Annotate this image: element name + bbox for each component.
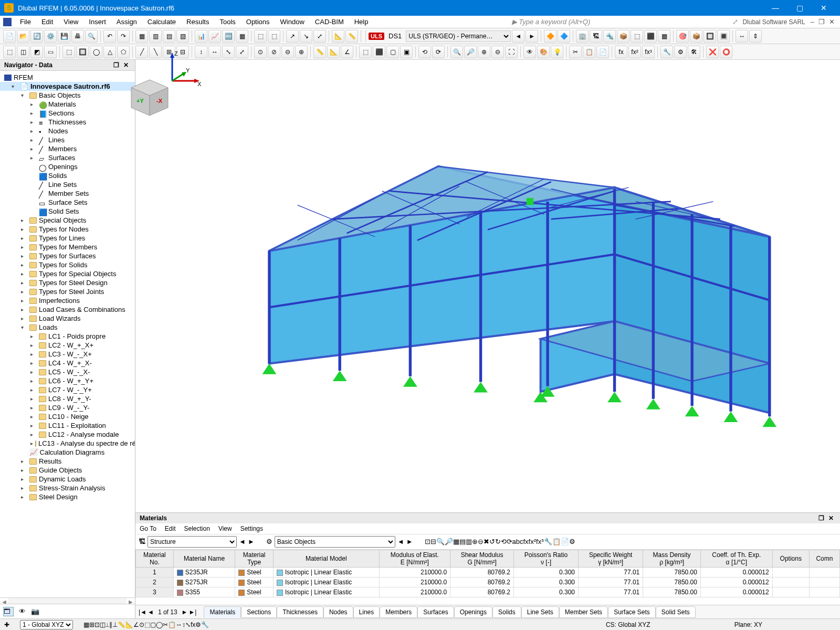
tb2-btn-9[interactable]: ⬠ bbox=[117, 46, 130, 58]
tb1b-btn-5[interactable]: 🔩 bbox=[603, 30, 616, 43]
col-material-type[interactable]: MaterialType bbox=[235, 550, 274, 567]
tb1-btn-26[interactable]: ⤢ bbox=[313, 30, 326, 43]
tb1b-btn-6[interactable]: 📦 bbox=[617, 30, 629, 43]
status-tool-15[interactable]: ▢ bbox=[150, 621, 156, 628]
menu-window[interactable]: Window bbox=[275, 17, 310, 27]
status-tool-5[interactable]: ⟂ bbox=[106, 621, 109, 628]
nav-bo-nodes[interactable]: ▸• Nodes bbox=[0, 127, 135, 135]
model-viewport[interactable]: Z X Y +Y -X bbox=[135, 60, 840, 512]
tb1-btn-11[interactable]: ▦ bbox=[135, 30, 148, 43]
combo-prev-icon[interactable]: ◄ bbox=[239, 538, 246, 545]
nav-bo-surface-sets[interactable]: ▭ Surface Sets bbox=[0, 198, 135, 207]
status-cs-icon[interactable]: ✚ bbox=[4, 621, 9, 628]
col-comn[interactable]: Comn bbox=[809, 550, 839, 567]
nav-loads[interactable]: ▾ Loads bbox=[0, 323, 135, 332]
status-tool-11[interactable]: ∠ bbox=[133, 621, 139, 628]
col-modulus-of-elast-e-n-mm-[interactable]: Modulus of Elast.E [N/mm²] bbox=[379, 550, 450, 567]
combo-next-icon[interactable]: ► bbox=[248, 538, 255, 545]
tb1-btn-25[interactable]: ↘ bbox=[300, 30, 312, 43]
nav-tail-guide-objects[interactable]: ▸ Guide Objects bbox=[0, 466, 135, 475]
navigator-float-icon[interactable]: ❐ bbox=[111, 61, 121, 69]
tb1b-btn-8[interactable]: ⬛ bbox=[644, 30, 657, 43]
tb2-btn-5[interactable]: ⬚ bbox=[62, 46, 75, 58]
bp-tool-26[interactable]: 📄 bbox=[561, 538, 569, 545]
tb1-btn-17[interactable]: 📈 bbox=[208, 30, 221, 43]
nav-load-lc12[interactable]: ▸ LC12 - Analyse modale bbox=[0, 430, 135, 439]
tb1b-btn-7[interactable]: ⬚ bbox=[631, 30, 643, 43]
combo2-next-icon[interactable]: ► bbox=[406, 538, 413, 545]
materials-close-icon[interactable]: ✕ bbox=[826, 514, 836, 522]
nav-tail-results[interactable]: ▸ Results bbox=[0, 457, 135, 466]
menu-tools[interactable]: Tools bbox=[214, 17, 240, 27]
status-tool-3[interactable]: ◫ bbox=[100, 621, 106, 628]
tb1-btn-14[interactable]: ▧ bbox=[176, 30, 189, 43]
nav-bo-openings[interactable]: ◯ Openings bbox=[0, 162, 135, 171]
tb1-btn-12[interactable]: ▥ bbox=[149, 30, 162, 43]
tb1-btn-21[interactable]: ⬚ bbox=[254, 30, 267, 43]
tb1-btn-22[interactable]: ⬚ bbox=[268, 30, 280, 43]
tb2-btn-2[interactable]: ◩ bbox=[30, 46, 43, 58]
bp-menu-view[interactable]: View bbox=[218, 525, 232, 532]
nav-bo-line-sets[interactable]: ╱ Line Sets bbox=[0, 180, 135, 189]
tb1-btn-5[interactable]: 🖶 bbox=[71, 30, 84, 43]
nav-load-lc13[interactable]: ▸ LC13 - Analyse du spectre de rép bbox=[0, 439, 135, 448]
tb1-btn-29[interactable]: 📏 bbox=[345, 30, 358, 43]
combo2-prev-icon[interactable]: ◄ bbox=[397, 538, 404, 545]
bp-menu-edit[interactable]: Edit bbox=[165, 525, 176, 532]
status-tool-7[interactable]: ⊥ bbox=[112, 621, 118, 628]
bp-tool-19[interactable]: abc bbox=[512, 538, 523, 545]
bp-tool-8[interactable]: ▥ bbox=[466, 538, 472, 545]
col-material-name[interactable]: Material Name bbox=[173, 550, 235, 567]
table-row[interactable]: 3 S355 Steel Isotropic | Linear Elastic … bbox=[136, 587, 840, 597]
search-expand-icon[interactable]: ⤢ bbox=[728, 18, 742, 26]
hscroll-right[interactable]: ► bbox=[127, 598, 135, 604]
tab-nodes[interactable]: Nodes bbox=[323, 606, 353, 618]
tab-surface-sets[interactable]: Surface Sets bbox=[608, 606, 656, 618]
nav-bo-thicknesses[interactable]: ▸≡ Thicknesses bbox=[0, 118, 135, 127]
tb1-btn-13[interactable]: ▤ bbox=[163, 30, 175, 43]
tb2-btn-0[interactable]: ⬚ bbox=[3, 46, 16, 58]
tab-sections[interactable]: Sections bbox=[241, 606, 277, 618]
menu-file[interactable]: File bbox=[15, 17, 36, 27]
navigator-tab-views-icon[interactable]: 📷 bbox=[31, 607, 39, 615]
nav-load-lc6[interactable]: ▸ LC6 - W_+_Y+ bbox=[0, 376, 135, 385]
nav-cat-types-for-steel-design[interactable]: ▸ Types for Steel Design bbox=[0, 278, 135, 287]
combo-next[interactable]: ► bbox=[526, 30, 538, 43]
tb2-btn-7[interactable]: ◯ bbox=[90, 46, 102, 58]
bp-tool-12[interactable]: ✖ bbox=[484, 538, 489, 545]
menu-options[interactable]: Options bbox=[241, 17, 275, 27]
bp-tool-22[interactable]: fx³ bbox=[536, 538, 543, 545]
status-tool-26[interactable]: ⚙ bbox=[195, 621, 201, 628]
bp-tool-17[interactable]: ⟳ bbox=[507, 538, 512, 545]
bp-tool-25[interactable]: 📋 bbox=[552, 538, 561, 545]
bp-tool-7[interactable]: ▤ bbox=[459, 538, 466, 545]
bp-menu-selection[interactable]: Selection bbox=[184, 525, 210, 532]
page-last-icon[interactable]: ►| bbox=[188, 608, 196, 616]
tab-members[interactable]: Members bbox=[380, 606, 417, 618]
bp-tool-24[interactable]: 🔧 bbox=[544, 538, 552, 545]
tab-solid-sets[interactable]: Solid Sets bbox=[656, 606, 696, 618]
nav-project[interactable]: ▾📄 Innovespace Sautron.rf6 bbox=[0, 82, 135, 91]
nav-load-lc11[interactable]: ▸ LC11 - Exploitation bbox=[0, 421, 135, 430]
bp-tool-10[interactable]: ⊕ bbox=[472, 538, 478, 545]
bp-tool-14[interactable]: ↺ bbox=[489, 538, 495, 545]
bp-tool-4[interactable]: 🔎 bbox=[445, 538, 453, 545]
table-row[interactable]: 2 S275JR Steel Isotropic | Linear Elasti… bbox=[136, 577, 840, 587]
page-next-icon[interactable]: ► bbox=[182, 608, 188, 616]
tb1-btn-24[interactable]: ↗ bbox=[286, 30, 299, 43]
nav-tail-stress-strain-analysis[interactable]: ▸ Stress-Strain Analysis bbox=[0, 484, 135, 492]
nav-root[interactable]: RFEM bbox=[0, 73, 135, 82]
nav-bo-members[interactable]: ▸╱ Members bbox=[0, 144, 135, 153]
tb2-btn-8[interactable]: △ bbox=[103, 46, 116, 58]
status-tool-18[interactable]: ✂ bbox=[163, 621, 168, 628]
bp-tool-27[interactable]: ⚙ bbox=[569, 538, 575, 545]
nav-load-lc10[interactable]: ▸ LC10 - Neige bbox=[0, 412, 135, 421]
tb1-btn-16[interactable]: 📊 bbox=[195, 30, 207, 43]
nav-cat-types-for-lines[interactable]: ▸ Types for Lines bbox=[0, 234, 135, 243]
doc-restore-button[interactable]: – bbox=[808, 18, 816, 26]
menu-insert[interactable]: Insert bbox=[83, 17, 111, 27]
status-cs-combo[interactable]: 1 - Global XYZ bbox=[20, 620, 73, 629]
status-tool-19[interactable]: 📋 bbox=[168, 621, 176, 628]
basic-objects-combo[interactable]: Basic Objects bbox=[275, 536, 395, 548]
tb1-btn-2[interactable]: 🔄 bbox=[30, 30, 43, 43]
